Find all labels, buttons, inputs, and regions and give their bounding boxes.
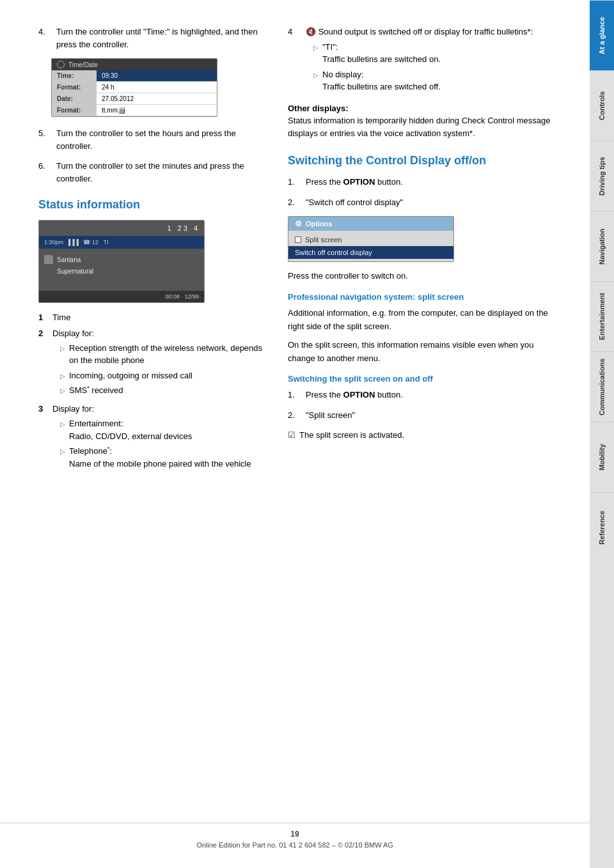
screen-row-1: Time: 09:30 <box>52 70 217 82</box>
music-icon-2 <box>44 267 53 275</box>
status-num-3: 4 <box>194 224 198 232</box>
right-ctrl-step-2-text: "Switch off control display" <box>306 196 403 209</box>
bullet-no-display-text: No display:Traffic bulletins are switche… <box>322 68 441 93</box>
right-ctrl-step-num-1: 1. <box>288 176 301 189</box>
status-bottom-bar: 00:08 · 12/99 <box>39 291 204 302</box>
row-value-3: 27.05.2012 <box>97 93 217 104</box>
label-content-3: Display for: ▷ Entertainment:Radio, CD/D… <box>52 403 269 473</box>
clock-icon <box>57 61 65 68</box>
split-result: ☑ The split screen is activated. <box>288 429 558 442</box>
triangle-icon-5: ▷ <box>60 447 65 470</box>
prof-nav-text-1: Additional information, e.g. from the co… <box>288 307 558 334</box>
screen-body: Time: 09:30 Format: 24 h Date: 27.05.201… <box>52 70 217 116</box>
split-step-num-2: 2. <box>288 409 301 422</box>
row-label-4: Format: <box>52 105 97 116</box>
sidebar-tab-navigation[interactable]: Navigation <box>590 211 614 281</box>
options-split-screen: Split screen <box>288 233 453 246</box>
music-icon-1 <box>44 255 53 264</box>
time-date-screen: Time/Date Time: 09:30 Format: 24 h Date:… <box>51 58 217 117</box>
label-3-text: Display for: <box>52 403 269 415</box>
sidebar-tab-controls[interactable]: Controls <box>590 70 614 141</box>
row-label-1: Time: <box>52 70 97 81</box>
page-footer: 19 Online Edition for Part no. 01 41 2 6… <box>0 823 590 849</box>
right-ctrl-step-num-2: 2. <box>288 196 301 209</box>
status-diagram: 1 2 3 4 1:30pm ▌▌▌ ☎ 12 TI Santana <box>38 220 205 303</box>
bullet-telephone-text: Telephone*:Name of the mobile phone pair… <box>69 445 251 470</box>
options-body: Split screen Switch off control display <box>288 231 453 261</box>
screen-row-4: Format: tt.mm.jjjj <box>52 105 217 116</box>
step-number-6: 6. <box>38 160 51 185</box>
bullet-ti-text: "TI":Traffic bulletins are switched on. <box>322 41 441 66</box>
footer-text: Online Edition for Part no. 01 41 2 604 … <box>0 841 590 849</box>
bullet-ti: ▷ "TI":Traffic bulletins are switched on… <box>313 41 533 66</box>
right-ctrl-step-2: 2. "Switch off control display" <box>288 196 558 209</box>
sidebar-tab-reference[interactable]: Reference <box>590 492 614 562</box>
track-info: 00:08 · 12/99 <box>165 293 199 300</box>
music-item-1: Santana <box>44 254 199 265</box>
options-title: Options <box>306 220 333 228</box>
bullet-no-display: ▷ No display:Traffic bulletins are switc… <box>313 68 533 93</box>
sidebar-tab-entertainment[interactable]: Entertainment <box>590 281 614 352</box>
right-step-4-text: Sound output is switched off or display … <box>319 27 533 36</box>
row-label-3: Date: <box>52 93 97 104</box>
triangle-icon-2: ▷ <box>60 371 65 382</box>
sidebar-tab-driving-tips[interactable]: Driving tips <box>590 141 614 211</box>
status-bar: 1:30pm ▌▌▌ ☎ 12 TI <box>39 236 204 249</box>
step-4: 4. Turn the controller until "Time:" is … <box>38 26 269 50</box>
split-screen-heading: Switching the split screen on and off <box>288 374 558 384</box>
control-display-heading: Switching the Control Display off/on <box>288 153 558 168</box>
bullet-entertainment: ▷ Entertainment:Radio, CD/DVD, external … <box>60 417 269 442</box>
status-numbers: 1 2 3 4 <box>167 224 198 232</box>
screen-titlebar: Time/Date <box>52 59 217 70</box>
prof-nav-text-2: On the split screen, this information re… <box>288 339 558 366</box>
split-result-text: The split screen is activated. <box>299 429 404 442</box>
label-content-2: Display for: ▷ Reception strength of the… <box>52 328 269 400</box>
triangle-icon-1: ▷ <box>60 344 65 367</box>
checkbox-split-screen <box>295 236 301 243</box>
bullet-reception: ▷ Reception strength of the wireless net… <box>60 342 269 367</box>
music-label-2: Supernatural <box>57 268 93 275</box>
label-3: 3 Display for: ▷ Entertainment:Radio, CD… <box>38 403 269 473</box>
bullet-telephone: ▷ Telephone*:Name of the mobile phone pa… <box>60 445 269 470</box>
prof-nav-heading: Professional navigation system: split sc… <box>288 292 558 302</box>
sidebar-tab-at-a-glance[interactable]: At a glance <box>590 0 614 70</box>
row-value-1: 09:30 <box>97 70 217 81</box>
bullet-sms: ▷ SMS* received <box>60 384 269 397</box>
status-num-1: 1 <box>167 224 171 232</box>
split-step-2: 2. "Split screen" <box>288 409 558 422</box>
split-step-1-text: Press the OPTION button. <box>306 389 403 401</box>
sidebar-tab-mobility[interactable]: Mobility <box>590 422 614 492</box>
right-step-number-4: 4 <box>288 26 301 96</box>
checkmark-icon: ☑ <box>288 429 295 442</box>
bullet-incoming-text: Incoming, outgoing or missed call <box>69 369 193 382</box>
options-switch-label: Switch off control display <box>295 249 372 256</box>
options-titlebar: ⚙ Options <box>288 217 453 231</box>
press-controller-text: Press the controller to switch on. <box>288 270 558 283</box>
options-screen: ⚙ Options Split screen Switch off contro… <box>288 216 454 262</box>
row-label-2: Format: <box>52 82 97 93</box>
row-value-4: tt.mm.jjjj <box>97 105 217 116</box>
options-switch-off: Switch off control display <box>288 246 453 259</box>
triangle-icon-3: ▷ <box>60 386 65 397</box>
split-step-num-1: 1. <box>288 389 301 401</box>
right-ctrl-step-1: 1. Press the OPTION button. <box>288 176 558 189</box>
sidebar-tab-communications[interactable]: Communications <box>590 352 614 422</box>
page-number: 19 <box>0 830 590 839</box>
bullet-reception-text: Reception strength of the wireless netwo… <box>69 342 269 367</box>
split-step-1: 1. Press the OPTION button. <box>288 389 558 401</box>
label-2-text: Display for: <box>52 328 269 339</box>
label-num-3: 3 <box>38 403 49 473</box>
options-gear-icon: ⚙ <box>295 219 302 228</box>
label-content-1: Time <box>52 312 269 323</box>
label-1: 1 Time <box>38 312 269 323</box>
right-column: 4 🔇 Sound output is switched off or disp… <box>288 26 558 830</box>
step-5: 5. Turn the controller to set the hours … <box>38 127 269 152</box>
mute-icon: 🔇 <box>306 27 316 36</box>
status-num-2: 2 3 <box>178 224 187 232</box>
option-keyword-2: OPTION <box>343 390 375 399</box>
label-num-2: 2 <box>38 328 49 400</box>
other-displays-label: Other displays: <box>288 104 558 113</box>
step-number-4: 4. <box>38 26 51 50</box>
screen-row-2: Format: 24 h <box>52 82 217 93</box>
row-value-2: 24 h <box>97 82 217 93</box>
